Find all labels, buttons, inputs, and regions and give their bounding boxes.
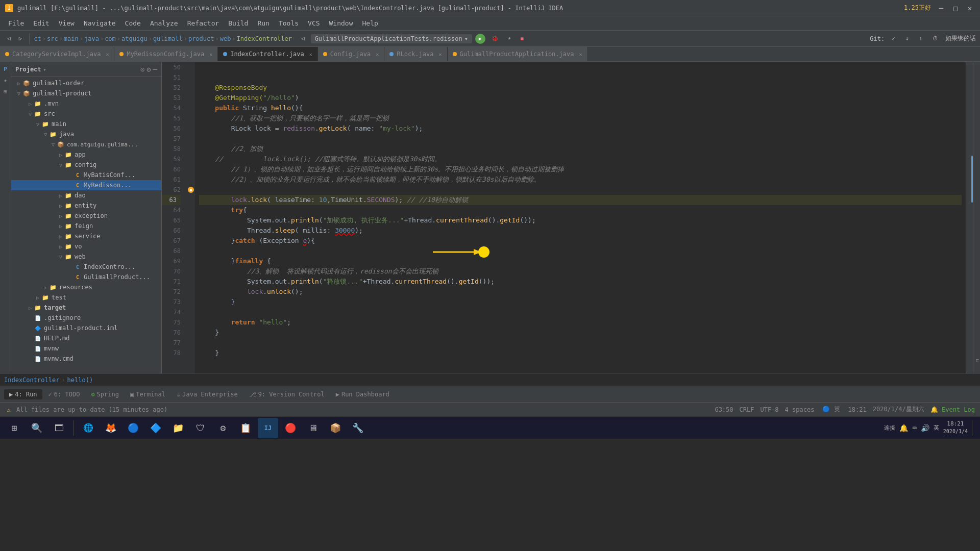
side-icon-project[interactable]: P (1, 64, 10, 73)
path-gulimall[interactable]: gulimall (153, 35, 183, 42)
tab-close-btn[interactable]: ✕ (106, 52, 109, 57)
close-button[interactable]: ✕ (965, 3, 975, 13)
taskbar-show-desktop[interactable] (972, 420, 976, 436)
stop-button[interactable]: ◼ (517, 34, 527, 43)
menu-view[interactable]: View (55, 18, 79, 29)
breadcrumb-hello[interactable]: hello() (67, 377, 93, 384)
code-area[interactable]: @ResponseBody @GetMapping("/hello") publ… (195, 62, 966, 373)
vcs-commit[interactable]: ✓ (889, 34, 898, 43)
taskbar-network[interactable]: 连接 (884, 424, 895, 432)
taskbar-volume[interactable]: 🔊 (921, 424, 929, 432)
tree-item-indexcontroller[interactable]: ▷ C IndexContro... (11, 262, 161, 272)
path-src[interactable]: src (47, 35, 58, 42)
menu-help[interactable]: Help (358, 18, 382, 29)
taskbar-app2[interactable]: 🔧 (348, 418, 368, 438)
tree-item-web[interactable]: ▽ 📁 web (11, 252, 161, 262)
tree-item-service[interactable]: ▷ 📁 service (11, 231, 161, 241)
run-button[interactable]: ▶ (475, 34, 485, 44)
side-icon-favorites[interactable]: ★ (1, 76, 10, 85)
bottom-tab-rundashboard[interactable]: ▶ Run Dashboard (331, 389, 395, 399)
tree-item-resources[interactable]: ▷ 📁 resources (11, 282, 161, 292)
maximize-button[interactable]: □ (950, 3, 961, 13)
bottom-tab-spring[interactable]: ⚙ Spring (86, 389, 124, 399)
tree-item-config[interactable]: ▽ 📁 config (11, 160, 161, 170)
toolbar-forward[interactable]: ▷ (16, 34, 26, 43)
taskbar-search[interactable]: 🔍 (27, 418, 47, 438)
bottom-tab-vcs[interactable]: ⎇ 9: Version Control (244, 389, 330, 399)
menu-code[interactable]: Code (121, 18, 145, 29)
tree-item-test[interactable]: ▷ 📁 test (11, 292, 161, 303)
side-icon-structure[interactable]: ⊞ (1, 87, 10, 96)
bottom-tab-terminal[interactable]: ▣ Terminal (125, 389, 170, 399)
tab-close-btn6[interactable]: ✕ (579, 52, 582, 57)
breadcrumb-indexcontroller[interactable]: IndexController (4, 377, 59, 384)
menu-window[interactable]: Window (325, 18, 357, 29)
tree-item-mybatisconf[interactable]: ▷ C MyBatisConf... (11, 170, 161, 180)
tree-item-app[interactable]: ▷ 📁 app (11, 149, 161, 160)
path-main[interactable]: main (64, 35, 79, 42)
status-lineending[interactable]: CRLF (740, 406, 754, 413)
vcs-update[interactable]: ↓ (902, 34, 912, 43)
taskbar-settings[interactable]: ⚙ (213, 418, 233, 438)
vcs-history[interactable]: ⏱ (929, 34, 941, 43)
fold-icon[interactable]: ⊏ (976, 358, 979, 363)
path-web[interactable]: web (220, 35, 231, 42)
tree-item-exception[interactable]: ▷ 📁 exception (11, 211, 161, 221)
path-product[interactable]: product (188, 35, 214, 42)
taskbar-app1[interactable]: 📦 (325, 418, 346, 438)
taskbar-clipboard[interactable]: 📋 (235, 418, 256, 438)
tree-item-entity[interactable]: ▷ 📁 entity (11, 201, 161, 211)
menu-navigate[interactable]: Navigate (80, 18, 120, 29)
taskbar-lock[interactable]: 🛡 (190, 418, 211, 438)
taskbar-notification[interactable]: 🔔 (899, 424, 908, 432)
tree-item-gitignore[interactable]: ▷ 📄 .gitignore (11, 313, 161, 323)
tab-myredissonconfig[interactable]: MyRedissonConfig.java ✕ (114, 47, 218, 61)
taskbar-terminal2[interactable]: 🖥 (303, 418, 323, 438)
taskbar-ie[interactable]: 🔷 (145, 418, 166, 438)
tree-item-mvnwcmd[interactable]: ▷ 📄 mvnw.cmd (11, 354, 161, 364)
bottom-tab-run[interactable]: ▶ 4: Run (4, 389, 42, 399)
status-encoding[interactable]: UTF-8 (760, 406, 778, 413)
menu-refactor[interactable]: Refactor (183, 18, 224, 29)
sidebar-settings-btn[interactable]: ⚙ (146, 65, 151, 73)
sidebar-collapse-btn[interactable]: ─ (153, 65, 157, 73)
tab-rlock[interactable]: RLock.java ✕ (384, 47, 447, 61)
editor-scrollbar[interactable] (966, 62, 973, 373)
tree-item-iml[interactable]: ▷ 🔷 gulimall-product.iml (11, 323, 161, 333)
tree-item-dao[interactable]: ▷ 📁 dao (11, 190, 161, 201)
tree-item-feign[interactable]: ▷ 📁 feign (11, 221, 161, 231)
taskbar-edge[interactable]: 🌐 (78, 418, 99, 438)
tab-close-btn2[interactable]: ✕ (209, 52, 212, 57)
taskbar-chrome[interactable]: 🔵 (123, 418, 143, 438)
menu-analyze[interactable]: Analyze (146, 18, 182, 29)
menu-edit[interactable]: Edit (29, 18, 53, 29)
tree-item-main[interactable]: ▽ 📁 main (11, 119, 161, 129)
tree-item-src[interactable]: ▽ 📁 src (11, 109, 161, 119)
tab-close-btn3[interactable]: ✕ (309, 52, 312, 57)
tree-item-help[interactable]: ▷ 📄 HELP.md (11, 333, 161, 343)
tab-gulimallproductapplication[interactable]: GulimallProductApplication.java ✕ (448, 47, 588, 61)
tree-item-gulimall-product[interactable]: ▽ 📦 gulimall-product (11, 88, 161, 98)
tree-item-java[interactable]: ▽ 📁 java (11, 129, 161, 139)
bottom-tab-todo[interactable]: ✓ 6: TODO (43, 389, 85, 399)
tree-item-target[interactable]: ▷ 📁 target (11, 303, 161, 313)
menu-tools[interactable]: Tools (275, 18, 303, 29)
toolbar-nav-prev[interactable]: ◁ (298, 34, 308, 43)
tree-item-gulimall-order[interactable]: ▷ 📦 gulimall-order (11, 78, 161, 88)
sidebar-dropdown-icon[interactable]: ▾ (43, 67, 46, 72)
tab-categoryserviceimpl[interactable]: CategoryServiceImpl.java ✕ (0, 47, 114, 61)
tree-item-mvn[interactable]: ▷ 📁 .mvn (11, 98, 161, 109)
path-ct[interactable]: ct (34, 35, 41, 42)
path-java[interactable]: java (84, 35, 99, 42)
bottom-tab-javaenterprise[interactable]: ☕ Java Enterprise (172, 389, 243, 399)
taskbar-taskview[interactable]: 🗔 (49, 418, 69, 438)
tree-item-vo[interactable]: ▷ 📁 vo (11, 241, 161, 252)
taskbar-files[interactable]: 📁 (168, 418, 188, 438)
path-atguigu[interactable]: atguigu (121, 35, 148, 42)
menu-file[interactable]: File (4, 18, 28, 29)
tree-item-gulimallproduct[interactable]: ▷ C GulimallProduct... (11, 272, 161, 282)
taskbar-firefox[interactable]: 🦊 (101, 418, 121, 438)
menu-run[interactable]: Run (253, 18, 273, 29)
tree-item-myredisson[interactable]: ▷ C MyRedisson... (11, 180, 161, 190)
taskbar-intellij[interactable]: IJ (258, 418, 278, 438)
